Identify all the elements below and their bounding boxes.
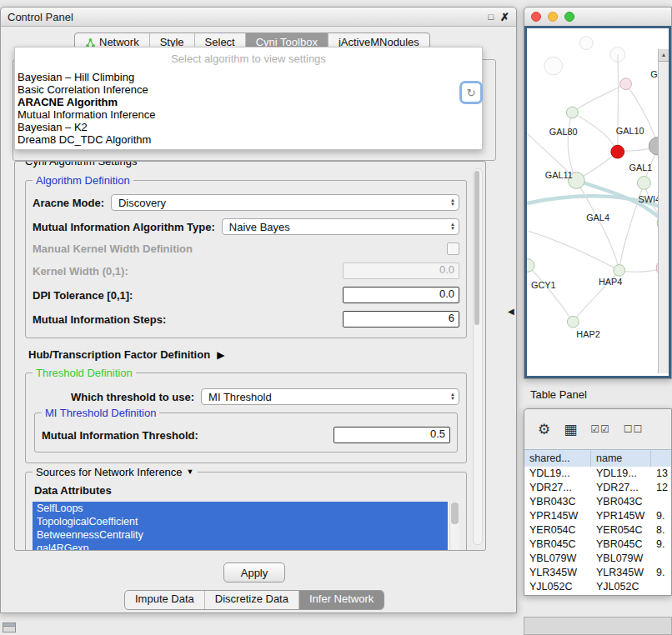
network-view-window: GALGAL80GAL10GAL11GAL1SWI4GAL4GCY1HAP4HA… [524, 7, 672, 379]
network-edge[interactable] [618, 54, 619, 152]
close-window-icon[interactable]: ✗ [500, 11, 509, 23]
close-button[interactable] [531, 12, 541, 22]
select-all-icon[interactable]: ☑☑ [590, 423, 610, 435]
algorithm-option[interactable]: Bayesian – K2 [15, 121, 482, 133]
network-node-faint[interactable] [544, 57, 563, 75]
network-node[interactable] [566, 107, 578, 118]
panel-collapse-arrow-icon[interactable]: ◀ [508, 307, 514, 316]
gear-icon[interactable]: ⚙ [538, 421, 550, 438]
table-cell: YER054C [524, 523, 591, 538]
algorithm-options-list: Bayesian – Hill ClimbingBasic Correlatio… [15, 71, 482, 146]
table-row[interactable]: YLR345WYLR345W9. [524, 566, 671, 580]
table-row[interactable]: YER054CYER054C8. [524, 523, 671, 538]
network-node[interactable] [611, 145, 624, 158]
tab-infer-network[interactable]: Infer Network [299, 591, 384, 609]
cyni-algorithm-settings-group: Cyni Algorithm Settings Algorithm Defini… [14, 161, 486, 551]
algorithm-option[interactable]: Basic Correlation Inference [15, 83, 482, 96]
table-row[interactable]: YPR145WYPR145W9. [524, 509, 671, 523]
columns-icon[interactable]: ▦ [564, 421, 577, 438]
attributes-scrollbar[interactable] [449, 502, 459, 551]
data-attribute-item[interactable]: BetweennessCentrality [33, 528, 448, 542]
algorithm-option[interactable]: Mutual Information Inference [15, 108, 482, 121]
table-cell: YDR27... [591, 481, 651, 495]
dropdown-placeholder: Select algorithm to view settings [15, 52, 482, 66]
column-header-extra[interactable] [651, 450, 671, 468]
which-threshold-select[interactable]: MI Threshold ▲▼ [201, 388, 459, 405]
manual-kernel-width-checkbox[interactable] [447, 242, 459, 255]
mi-threshold-label: Mutual Information Threshold: [42, 429, 198, 442]
scroll-up-icon[interactable]: ▲ [659, 49, 669, 62]
node-label: GAL11 [545, 170, 573, 180]
mi-threshold-definition-group: MI Threshold Definition Mutual Informati… [34, 412, 458, 452]
network-scrollbar[interactable]: ▲ [658, 49, 669, 373]
table-cell [651, 580, 671, 594]
data-attribute-item[interactable]: gal4RGexp [33, 542, 448, 551]
network-node[interactable] [614, 265, 625, 277]
table-cell: YBL079W [591, 552, 651, 566]
table-row[interactable]: YBL079WYBL079W [524, 552, 671, 566]
cyni-mode-tabs: Impute Data Discretize Data Infer Networ… [124, 590, 384, 610]
zoom-button[interactable] [564, 12, 574, 22]
network-graph: GALGAL80GAL10GAL11GAL1SWI4GAL4GCY1HAP4HA… [527, 28, 669, 376]
float-window-icon[interactable]: □ [488, 12, 494, 22]
combo-value: MI Threshold [208, 391, 272, 403]
network-node-faint[interactable] [579, 37, 593, 50]
window-title: Control Panel [8, 11, 73, 23]
network-edge[interactable] [572, 112, 617, 152]
data-attribute-item[interactable]: TopologicalCoefficient [33, 515, 448, 528]
algorithm-option[interactable]: Dream8 DC_TDC Algorithm [15, 133, 482, 146]
minimize-button[interactable] [548, 12, 558, 22]
settings-scrollbar[interactable] [473, 168, 483, 545]
network-canvas[interactable]: GALGAL80GAL10GAL11GAL1SWI4GAL4GCY1HAP4HA… [524, 26, 671, 378]
network-edge[interactable] [528, 266, 573, 322]
expander-arrow-icon: ▶ [217, 349, 224, 361]
refresh-algorithms-button[interactable]: ↻ [459, 81, 483, 104]
network-edge[interactable] [626, 84, 659, 147]
mi-algorithm-type-select[interactable]: Naive Bayes ▲▼ [222, 218, 459, 235]
table-cell [651, 552, 671, 566]
table-cell: YBR045C [524, 538, 591, 552]
table-row[interactable]: YJL052CYJL052C [524, 580, 671, 594]
threshold-definition-group: Threshold Definition Which threshold to … [25, 372, 467, 463]
aracne-mode-label: Aracne Mode: [33, 197, 104, 209]
hub-definition-expander[interactable]: Hub/Transcription Factor Definition ▶ [28, 348, 464, 361]
algorithm-option[interactable]: Bayesian – Hill Climbing [15, 71, 482, 83]
kernel-width-input[interactable]: 0.0 [343, 262, 459, 279]
network-node[interactable] [567, 316, 579, 328]
combo-arrows-icon: ▲▼ [445, 222, 455, 231]
aracne-mode-select[interactable]: Discovery ▲▼ [111, 194, 459, 211]
data-attributes-listbox: SelfLoopsTopologicalCoefficientBetweenne… [33, 502, 459, 551]
network-node[interactable] [637, 177, 650, 190]
table-row[interactable]: YBR043CYBR043C [524, 495, 671, 509]
tab-impute-data[interactable]: Impute Data [125, 591, 205, 609]
network-edge[interactable] [529, 231, 619, 270]
table-row[interactable]: YBR045CYBR045C9. [524, 538, 671, 552]
network-window-titlebar[interactable] [524, 8, 671, 27]
table-row[interactable]: YDL19...YDL19...13 [524, 467, 671, 481]
table-row[interactable]: YDR27...YDR27...12 [524, 481, 671, 495]
tab-discretize-data[interactable]: Discretize Data [205, 591, 299, 609]
tab-label: Discretize Data [215, 592, 288, 605]
dpi-tolerance-input[interactable]: 0.0 [343, 287, 459, 303]
data-attribute-item[interactable]: SelfLoops [33, 502, 448, 515]
algorithm-definition-title: Algorithm Definition [33, 174, 133, 187]
refresh-icon: ↻ [467, 87, 476, 99]
column-header-name[interactable]: name [591, 450, 651, 468]
table-cell: YJL052C [524, 580, 591, 594]
algorithm-definition-group: Algorithm Definition Aracne Mode: Discov… [25, 180, 467, 338]
network-node[interactable] [620, 78, 632, 90]
mi-threshold-input[interactable]: 0.5 [333, 427, 450, 443]
sources-group-title[interactable]: Sources for Network Inference ▼ [33, 466, 198, 478]
mi-steps-label: Mutual Information Steps: [33, 313, 166, 326]
apply-button-label: Apply [241, 567, 268, 579]
table-header: shared... name [524, 449, 671, 468]
mi-steps-input[interactable]: 6 [343, 311, 459, 328]
combo-value: Naive Bayes [229, 221, 290, 233]
apply-button[interactable]: Apply [223, 562, 285, 582]
deselect-all-icon[interactable]: ☐☐ [624, 423, 644, 435]
network-node[interactable] [527, 259, 534, 272]
control-panel-titlebar[interactable]: Control Panel □ ✗ [1, 8, 516, 27]
algorithm-option[interactable]: ARACNE Algorithm [15, 96, 482, 108]
docked-panel-icon[interactable] [3, 622, 16, 632]
column-header-shared-name[interactable]: shared... [524, 450, 591, 468]
